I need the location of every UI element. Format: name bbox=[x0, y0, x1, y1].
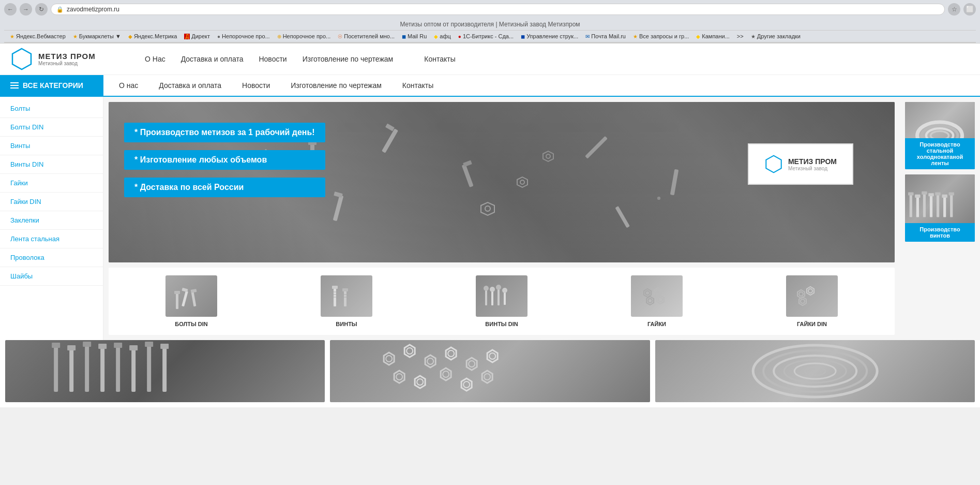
header-nav-contacts[interactable]: Контакты bbox=[424, 55, 455, 63]
cat-thumb-label-vinty-din: ВИНТЫ DIN bbox=[485, 321, 518, 327]
nuts-din-icon bbox=[791, 281, 833, 312]
svg-point-55 bbox=[801, 299, 805, 303]
hero-bullet-3: * Доставка по всей России bbox=[124, 178, 325, 197]
sidebar-item-gayki[interactable]: Гайки bbox=[0, 174, 103, 193]
all-categories-button[interactable]: ВСЕ КАТЕГОРИИ bbox=[0, 75, 103, 96]
nav2-about[interactable]: О нас bbox=[119, 75, 138, 96]
nav2-delivery[interactable]: Доставка и оплата bbox=[159, 75, 221, 96]
svg-rect-20 bbox=[174, 291, 180, 294]
reload-button[interactable]: ↻ bbox=[35, 3, 48, 16]
bookmark-bitrix[interactable]: ● 1С-Битрикс - Сда... bbox=[456, 32, 516, 40]
sidebar-item-shayby[interactable]: Шайбы bbox=[0, 267, 103, 286]
svg-rect-79 bbox=[83, 342, 91, 347]
bookmark-more[interactable]: >> bbox=[734, 32, 746, 40]
cat-thumb-gayki[interactable]: ГАЙКИ bbox=[631, 275, 683, 327]
all-categories-label: ВСЕ КАТЕГОРИИ bbox=[23, 81, 83, 90]
sidebar-item-bolty-din[interactable]: Болты DIN bbox=[0, 118, 103, 137]
bookmark-other[interactable]: ★ Другие закладки bbox=[748, 32, 803, 40]
sidebar-item-zaklepki[interactable]: Заклепки bbox=[0, 211, 103, 230]
header-nav-custom[interactable]: Изготовление по чертежам bbox=[303, 55, 394, 63]
site-header: МЕТИЗ ПРОМ Метизный завод О Нас Доставка… bbox=[0, 43, 980, 75]
svg-point-39 bbox=[496, 285, 501, 290]
bookmark-button[interactable]: ☆ bbox=[948, 3, 960, 16]
bookmark-zapros[interactable]: ★ Все запросы и гр... bbox=[630, 32, 691, 40]
svg-point-95 bbox=[427, 358, 433, 364]
right-card-vinty[interactable]: Производство винтов bbox=[905, 174, 975, 242]
bookmark-pochta[interactable]: ✉ Почта Mail.ru bbox=[583, 32, 628, 40]
extensions-button[interactable]: ⬜ bbox=[963, 3, 976, 16]
logo-text-area: МЕТИЗ ПРОМ Метизный завод bbox=[38, 52, 96, 66]
sidebar-item-vinty[interactable]: Винты bbox=[0, 137, 103, 155]
bookmark-kampani[interactable]: ◆ Кампани... bbox=[693, 32, 732, 40]
right-card-lenta-label: Производство стальной холоднокатаной лен… bbox=[905, 138, 975, 169]
sidebar-item-bolty[interactable]: Болты bbox=[0, 99, 103, 118]
cat-thumb-img-vinty-din bbox=[476, 275, 527, 317]
logo-area[interactable]: МЕТИЗ ПРОМ Метизный завод bbox=[10, 48, 114, 70]
bookmark-afc[interactable]: ◆ афц bbox=[431, 32, 453, 40]
bookmark-poseset[interactable]: ☉ Посетителей мно... bbox=[335, 32, 397, 40]
svg-rect-65 bbox=[922, 192, 927, 195]
svg-rect-6 bbox=[463, 160, 472, 167]
cat-thumb-bolty-din[interactable]: БОЛТЫ DIN bbox=[165, 275, 217, 327]
forward-button[interactable]: → bbox=[20, 3, 32, 16]
bookmark-neporoch2[interactable]: ⊕ Непорочное про... bbox=[275, 32, 334, 40]
svg-rect-82 bbox=[116, 345, 120, 392]
header-nav-about[interactable]: О Нас bbox=[145, 55, 165, 63]
nav2-contacts[interactable]: Контакты bbox=[402, 75, 433, 96]
nuts-icon bbox=[636, 281, 677, 312]
sidebar-item-lenta[interactable]: Лента стальная bbox=[0, 230, 103, 248]
bookmark-neporoch2-icon: ⊕ bbox=[277, 34, 281, 39]
svg-point-112 bbox=[753, 345, 877, 397]
svg-rect-38 bbox=[497, 289, 500, 305]
cat-thumb-img-gayki-din bbox=[786, 275, 838, 317]
bolts-icon bbox=[171, 281, 212, 312]
hero-logo-sub: Метизный завод bbox=[788, 166, 837, 171]
bookmark-kampani-icon: ◆ bbox=[696, 34, 700, 39]
header-nav-news[interactable]: Новости bbox=[259, 55, 287, 63]
svg-rect-31 bbox=[342, 288, 348, 291]
cat-thumb-label-vinty: ВИНТЫ bbox=[336, 321, 357, 327]
svg-rect-77 bbox=[67, 345, 76, 350]
svg-rect-75 bbox=[52, 343, 60, 348]
svg-rect-30 bbox=[344, 291, 346, 306]
back-button[interactable]: ← bbox=[4, 3, 17, 16]
bookmark-upravlenie[interactable]: ◼ Управление струк... bbox=[518, 32, 581, 40]
svg-rect-74 bbox=[54, 345, 58, 392]
right-card-vinty-label: Производство винтов bbox=[905, 223, 975, 242]
nav2-news[interactable]: Новости bbox=[242, 75, 270, 96]
right-card-lenta[interactable]: Производство стальной холоднокатаной лен… bbox=[905, 102, 975, 169]
cat-thumb-gayki-din[interactable]: ГАЙКИ DIN bbox=[786, 275, 838, 327]
sidebar-item-gayki-din[interactable]: Гайки DIN bbox=[0, 193, 103, 211]
nav-bar: ВСЕ КАТЕГОРИИ О нас Доставка и оплата Но… bbox=[0, 75, 980, 97]
bookmark-neporoch1[interactable]: ● Непорочное про... bbox=[215, 32, 273, 40]
svg-rect-66 bbox=[930, 196, 932, 217]
address-bar[interactable]: 🔒 zavodmetizprom.ru bbox=[51, 4, 945, 15]
bookmark-direct[interactable]: Д Директ bbox=[182, 32, 213, 40]
cat-thumb-vinty[interactable]: ВИНТЫ bbox=[321, 275, 372, 327]
svg-rect-24 bbox=[191, 289, 197, 293]
bookmark-metrika[interactable]: ◆ Яндекс.Метрика bbox=[126, 32, 180, 40]
svg-rect-23 bbox=[191, 292, 197, 306]
bookmark-bookmarklets[interactable]: ★ Букмарклеты ▼ bbox=[70, 32, 124, 40]
browser-chrome: ← → ↻ 🔒 zavodmetizprom.ru ☆ ⬜ Метизы опт… bbox=[0, 0, 980, 43]
svg-point-105 bbox=[417, 379, 423, 385]
bookmark-neporoch-icon: ● bbox=[217, 34, 220, 39]
bookmarks-bar: ★ Яндекс.Вебмастер ★ Букмарклеты ▼ ◆ Янд… bbox=[4, 31, 976, 43]
bookmark-mailru[interactable]: ◼ Mail Ru bbox=[399, 32, 429, 40]
svg-rect-87 bbox=[145, 342, 153, 347]
sidebar-item-provoloka[interactable]: Проволока bbox=[0, 248, 103, 267]
header-nav-delivery[interactable]: Доставка и оплата bbox=[181, 55, 244, 63]
hero-logo-text: МЕТИЗ ПРОМ Метизный завод bbox=[788, 157, 837, 171]
nav2-custom[interactable]: Изготовление по чертежам bbox=[291, 75, 382, 96]
hero-logo-box: МЕТИЗ ПРОМ Метизный завод bbox=[748, 143, 853, 185]
svg-point-14 bbox=[485, 206, 490, 211]
bookmark-yandex-webmaster[interactable]: ★ Яндекс.Вебмастер bbox=[7, 32, 68, 40]
lock-icon: 🔒 bbox=[56, 6, 64, 13]
svg-rect-81 bbox=[98, 344, 107, 349]
svg-rect-63 bbox=[915, 195, 920, 198]
svg-point-12 bbox=[546, 154, 550, 158]
svg-rect-64 bbox=[923, 194, 926, 217]
sidebar-item-vinty-din[interactable]: Винты DIN bbox=[0, 155, 103, 174]
cat-thumb-vinty-din[interactable]: ВИНТЫ DIN bbox=[476, 275, 527, 327]
bookmark-star-icon: ★ bbox=[10, 34, 14, 39]
